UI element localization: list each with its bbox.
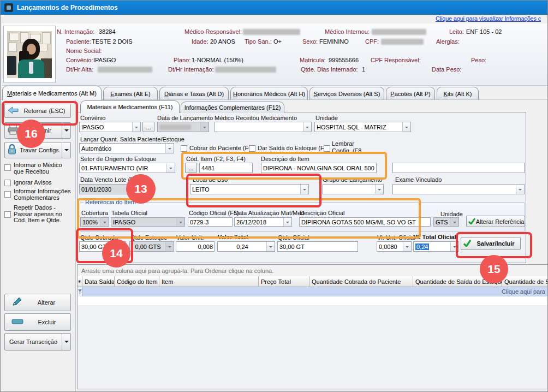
grid-empty-row: [78, 296, 548, 306]
qtde-estoque-select[interactable]: 0,00 GTS: [129, 241, 174, 252]
chevron-down-icon: [516, 185, 524, 194]
exame-vinculado-select[interactable]: [392, 184, 525, 194]
vl-unt-oficial-label: Vl. Unt. Oficial: [377, 234, 415, 241]
tab-pacotes[interactable]: Pacotes (Alt P): [386, 87, 435, 100]
title-bar[interactable]: Lançamentos de Procedimentos: [1, 1, 548, 15]
redacted-medico-responsavel: [243, 29, 300, 35]
setor-label: Setor de Origem do Estoque: [80, 156, 156, 162]
medico-receitou-label: Médico Receitou Medicamento: [215, 115, 297, 121]
grid-header-qtd-sa[interactable]: Quantidade de Sa: [502, 276, 548, 287]
chevron-down-icon: [100, 218, 109, 226]
chevron-down-icon: [165, 242, 174, 251]
retornar-button[interactable]: Retornar (ESC): [4, 104, 71, 118]
convenio-browse-button[interactable]: ...: [142, 122, 154, 132]
grid-filter-row[interactable]: Clique aqui para: [78, 287, 548, 297]
chevron-down-icon: [266, 242, 275, 251]
cod-item-browse-button[interactable]: ...: [185, 163, 197, 173]
filter-funnel-icon: [78, 287, 82, 296]
local-uso-select[interactable]: LEITO: [190, 184, 309, 194]
grid-filter-hint: Clique aqui para: [502, 288, 545, 295]
data-atualizacao-select[interactable]: 26/12/2018: [234, 217, 292, 227]
checkbox-lembrar-config[interactable]: [324, 145, 330, 152]
label-qtde-dias: Qtde. Dias Internado:: [301, 66, 358, 73]
checkbox-informar-complementares[interactable]: [4, 191, 11, 198]
tab-servicos-diversos[interactable]: Serviços Diversos (Alt S): [309, 87, 384, 100]
grid-groupby-bar[interactable]: Arraste uma coluna aqui para agrupá-la. …: [78, 265, 548, 277]
medico-receitou-select[interactable]: [215, 122, 312, 132]
convenio-field-label: Convênio: [80, 115, 105, 121]
vl-unt-oficial-select[interactable]: 0,0080: [377, 241, 412, 252]
cobertura-select[interactable]: 100%: [80, 217, 109, 227]
gerar-transcricao-dropdown-arrow[interactable]: [62, 338, 70, 345]
tab-diarias-taxas[interactable]: Diárias e Taxas (Alt D): [159, 87, 229, 100]
qtde-cobrada-select[interactable]: 30,00 GTS: [79, 241, 126, 252]
cobertura-label: Cobertura: [81, 210, 108, 216]
grid-header-preco-total[interactable]: Preço Total: [259, 276, 309, 287]
travar-configs-button[interactable]: Travar Configs: [4, 142, 71, 158]
tabela-oficial-select[interactable]: IPASGO: [111, 217, 185, 227]
convenio-select[interactable]: IPASGO: [79, 122, 141, 132]
cod-item-input[interactable]: 4481: [199, 163, 253, 173]
label-convenio: Convênio:: [66, 57, 93, 63]
tab-kits[interactable]: Kits (Alt K): [437, 87, 479, 100]
alterar-button[interactable]: Alterar: [4, 294, 71, 311]
gerar-transcricao-button[interactable]: Gerar Transcrição: [4, 333, 71, 351]
tab-honorarios-medicos[interactable]: Honorários Médicos (Alt H): [230, 87, 308, 100]
tab-informacoes-f12[interactable]: Informações Complementares (F12): [181, 102, 284, 113]
grid-header-item[interactable]: Item: [159, 276, 259, 287]
local-uso-label: Local de Uso: [193, 176, 228, 183]
salvar-incluir-button[interactable]: Salvar/Incluir: [461, 237, 521, 250]
grupo-lancamento-select[interactable]: [323, 184, 384, 194]
app-window: Lançamentos de Procedimentos Clique aqui…: [0, 0, 548, 392]
qtde-oficial-input[interactable]: 30,00 GT: [277, 241, 358, 252]
checkbox-ignorar-avisos[interactable]: [4, 180, 11, 186]
grid-header-codigo-item[interactable]: Código do Item: [115, 276, 159, 287]
tab-exames[interactable]: Exames (Alt E): [103, 87, 158, 100]
label-peso: Peso:: [471, 57, 486, 63]
data-vencto-input[interactable]: 01/01/2030: [79, 184, 132, 194]
data-vencto-label: Data Vencto Lote (F: [80, 176, 134, 183]
imprimir-dropdown-arrow[interactable]: [62, 127, 70, 134]
tab-materiais-medicamentos[interactable]: Materiais e Medicamentos (Alt M): [2, 86, 102, 100]
valor-unit-input[interactable]: 0,008: [176, 241, 215, 252]
checkbox-informar-complementares-label: Informar Informações Complementares: [14, 188, 73, 201]
green-check-icon: [468, 218, 475, 225]
back-arrow-icon: [8, 106, 19, 115]
valor-total-select[interactable]: 0,24: [217, 241, 275, 252]
setor-select[interactable]: 01.FATURAMENTO (VIR: [79, 163, 175, 173]
checkbox-dar-saida[interactable]: [249, 145, 255, 152]
codigo-oficial-input[interactable]: 0729-3: [188, 217, 233, 227]
data-lancamento-select[interactable]: [157, 122, 209, 132]
descricao-extra-input[interactable]: [392, 163, 525, 173]
referencia-unidade-select[interactable]: GTS: [433, 217, 459, 227]
imprimir-button[interactable]: Imprimir: [4, 122, 71, 139]
window-title: Lançamentos de Procedimentos: [17, 4, 118, 11]
grid-header-qtd-saida-estoque[interactable]: Quantidade de Saída do Estoque: [413, 276, 502, 287]
unidade-select[interactable]: HOSPITAL SQL - MATRIZ: [314, 122, 411, 132]
vl-total-oficial-label: Vl. Total Oficial: [413, 234, 456, 240]
tabela-oficial-label: Tabela Oficial: [111, 210, 147, 216]
referencia-title: Referência do Item: [84, 199, 138, 205]
excluir-button[interactable]: Excluir: [4, 313, 71, 331]
tab-materiais-f11[interactable]: Materiais e Medicamentos (F11): [80, 100, 180, 113]
checkbox-cobrar-paciente[interactable]: [181, 145, 187, 152]
grid-header-qtd-cobrada[interactable]: Quantidade Cobrada do Paciente: [309, 276, 413, 287]
checkbox-informar-medico[interactable]: [4, 164, 11, 171]
descricao-oficial-input[interactable]: DIPIRONA GOTAS 500 MG/ML SO VO GT: [299, 217, 431, 227]
lancar-quant-select[interactable]: Automático: [79, 143, 174, 153]
label-plano: Plano:: [174, 57, 190, 63]
travar-dropdown-arrow[interactable]: [62, 147, 70, 153]
info-link[interactable]: Clique aqui para visualizar Informações …: [436, 15, 541, 22]
lock-icon: [7, 144, 17, 156]
label-dthr-internacao: Dt/Hr Internação:: [168, 66, 214, 73]
value-paciente: TESTE 2 DOIS: [92, 38, 133, 45]
grid-header-data-saida[interactable]: Data Saída: [82, 276, 115, 287]
label-dthr-alta: Dt/Hr Alta:: [66, 66, 93, 73]
grid-header-row: ✱ Data Saída Código do Item Item Preço T…: [78, 276, 548, 287]
descricao-item-input[interactable]: DIPIRONA - NOVALGINA SOL ORAL 500 MG/ML …: [261, 163, 377, 173]
alterar-referencia-button[interactable]: Alterar Referência: [466, 216, 525, 227]
label-tipo-san: Tipo San.:: [245, 38, 272, 45]
vl-total-oficial-select[interactable]: 0,24: [413, 241, 459, 252]
chevron-down-icon: [450, 218, 458, 226]
checkbox-repetir-dados[interactable]: [4, 211, 11, 218]
